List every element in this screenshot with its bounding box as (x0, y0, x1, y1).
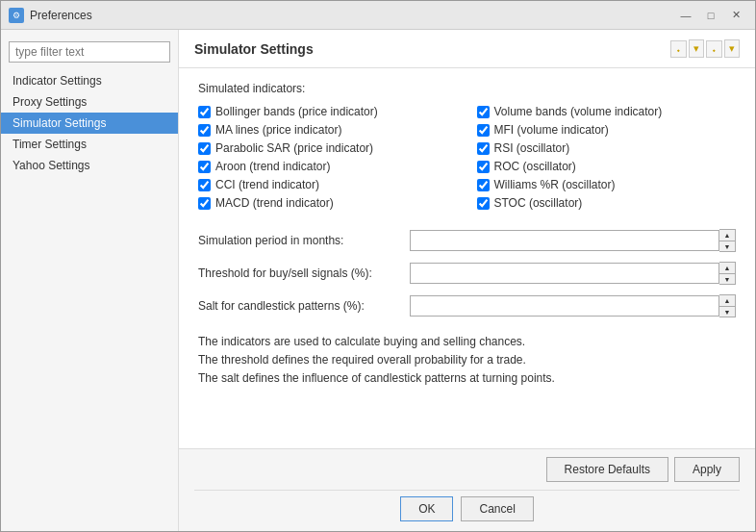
indicator-mfi[interactable]: MFI (volume indicator) (477, 123, 737, 137)
app-icon: ⚙ (9, 8, 24, 23)
threshold-input[interactable]: 25 (410, 263, 719, 284)
simulation-period-spinner: 12 ▲ ▼ (410, 229, 736, 252)
indicator-williams[interactable]: Williams %R (oscillator) (477, 178, 737, 191)
info-text: The indicators are used to calculate buy… (198, 333, 736, 389)
window-title: Preferences (30, 9, 92, 22)
forward-arrow-button[interactable]: ⬩ (706, 40, 722, 58)
indicator-volume-bands[interactable]: Volume bands (volume indicator) (477, 105, 737, 118)
footer-bottom-buttons: OK Cancel (194, 490, 740, 523)
maximize-button[interactable]: □ (699, 7, 722, 24)
simulation-period-row: Simulation period in months: 12 ▲ ▼ (198, 227, 736, 254)
salt-up[interactable]: ▲ (719, 295, 735, 306)
indicator-roc[interactable]: ROC (oscillator) (477, 160, 737, 173)
back-arrow-button[interactable]: ⬩ (670, 40, 687, 58)
apply-button[interactable]: Apply (674, 457, 740, 482)
indicator-bollinger[interactable]: Bollinger bands (price indicator) (198, 105, 458, 118)
threshold-up[interactable]: ▲ (719, 263, 735, 273)
title-bar: ⚙ Preferences — □ ✕ (1, 1, 755, 30)
cancel-button[interactable]: Cancel (461, 496, 533, 521)
panel-title: Simulator Settings (194, 41, 314, 57)
preferences-window: ⚙ Preferences — □ ✕ Indicator Settings P… (0, 0, 756, 532)
minimize-button[interactable]: — (674, 7, 697, 24)
panel-body: Simulated indicators: Bollinger bands (p… (179, 68, 755, 448)
indicator-rsi[interactable]: RSI (oscillator) (477, 141, 737, 155)
threshold-down[interactable]: ▼ (719, 273, 735, 284)
nav-arrows: ⬩ ▾ ⬩ ▾ (670, 39, 740, 58)
sidebar-item-yahoo-settings[interactable]: Yahoo Settings (1, 155, 178, 176)
right-panel: Simulator Settings ⬩ ▾ ⬩ ▾ Simulated ind… (179, 30, 755, 531)
panel-header: Simulator Settings ⬩ ▾ ⬩ ▾ (179, 30, 755, 68)
indicators-grid: Bollinger bands (price indicator) Volume… (198, 105, 736, 210)
window-controls: — □ ✕ (674, 7, 747, 24)
simulation-period-input[interactable]: 12 (410, 230, 719, 251)
simulation-period-label: Simulation period in months: (198, 234, 410, 247)
indicator-aroon[interactable]: Aroon (trend indicator) (198, 160, 458, 173)
salt-row: Salt for candlestick patterns (%): 10 ▲ … (198, 292, 736, 319)
info-line-2: The threshold defines the required overa… (198, 351, 736, 369)
sidebar-item-timer-settings[interactable]: Timer Settings (1, 134, 178, 155)
salt-down[interactable]: ▼ (719, 306, 735, 317)
info-line-3: The salt defines the influence of candle… (198, 369, 736, 388)
section-label: Simulated indicators: (198, 82, 736, 95)
restore-defaults-button[interactable]: Restore Defaults (546, 457, 668, 482)
threshold-row: Threshold for buy/sell signals (%): 25 ▲… (198, 260, 736, 287)
salt-label: Salt for candlestick patterns (%): (198, 299, 410, 313)
close-button[interactable]: ✕ (724, 7, 747, 24)
indicator-parabolic-sar[interactable]: Parabolic SAR (price indicator) (198, 141, 458, 155)
simulation-period-up[interactable]: ▲ (719, 230, 735, 241)
panel-footer: Restore Defaults Apply OK Cancel (179, 448, 755, 531)
sidebar-item-simulator-settings[interactable]: Simulator Settings (1, 113, 178, 134)
threshold-spinner: 25 ▲ ▼ (410, 262, 736, 285)
sidebar: Indicator Settings Proxy Settings Simula… (1, 30, 179, 531)
threshold-label: Threshold for buy/sell signals (%): (198, 266, 410, 280)
indicator-cci[interactable]: CCI (trend indicator) (198, 178, 458, 191)
indicator-stoc[interactable]: STOC (oscillator) (477, 196, 737, 210)
simulation-period-down[interactable]: ▼ (719, 241, 735, 251)
footer-top-buttons: Restore Defaults Apply (194, 457, 740, 482)
nav-dropdown-button[interactable]: ▾ (689, 39, 704, 58)
sidebar-item-indicator-settings[interactable]: Indicator Settings (1, 70, 178, 91)
nav-dropdown2-button[interactable]: ▾ (724, 39, 740, 58)
filter-input[interactable] (9, 41, 170, 63)
indicator-ma-lines[interactable]: MA lines (price indicator) (198, 123, 458, 137)
sidebar-item-proxy-settings[interactable]: Proxy Settings (1, 91, 178, 113)
main-content: Indicator Settings Proxy Settings Simula… (1, 30, 755, 531)
info-line-1: The indicators are used to calculate buy… (198, 333, 736, 351)
indicator-macd[interactable]: MACD (trend indicator) (198, 196, 458, 210)
ok-button[interactable]: OK (400, 496, 453, 521)
salt-spinner: 10 ▲ ▼ (410, 294, 736, 317)
salt-input[interactable]: 10 (410, 295, 719, 317)
